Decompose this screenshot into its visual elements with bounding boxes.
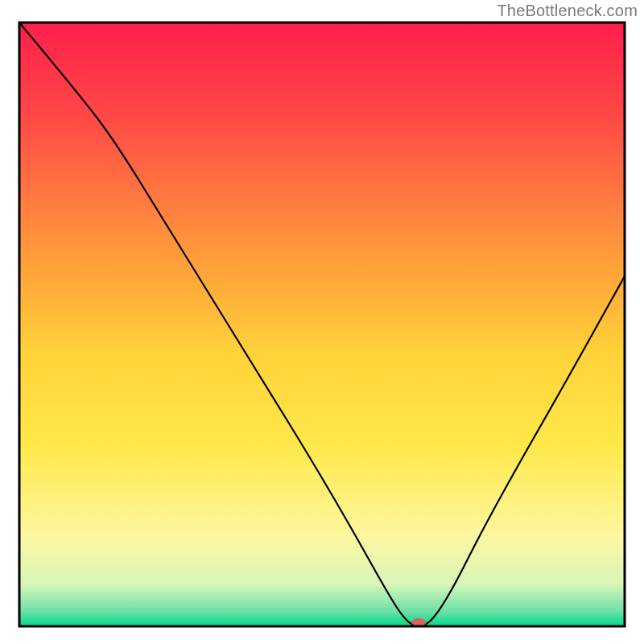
gradient-background xyxy=(19,23,625,626)
bottleneck-chart xyxy=(0,0,644,644)
chart-container: TheBottleneck.com xyxy=(0,0,644,644)
watermark-text: TheBottleneck.com xyxy=(497,2,638,20)
